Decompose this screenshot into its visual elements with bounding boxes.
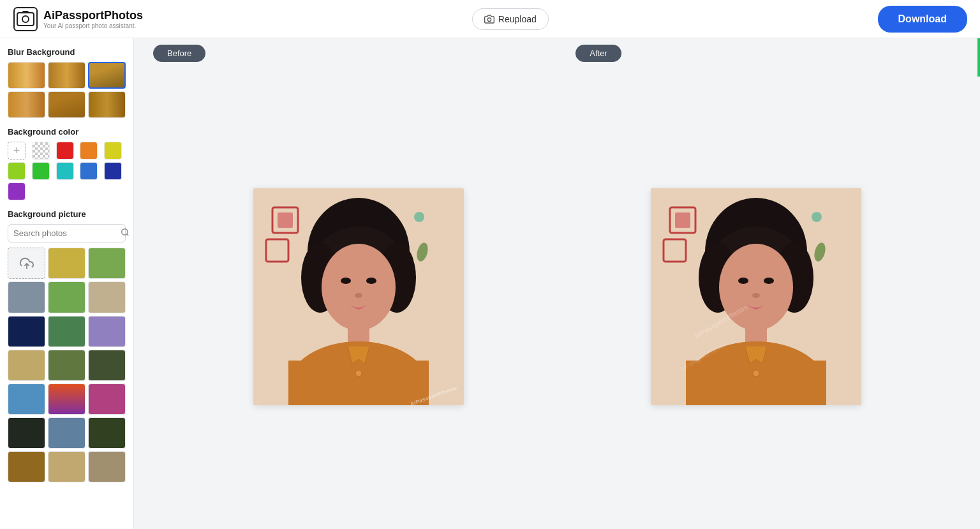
- photo-thumb-mountain[interactable]: [8, 281, 45, 313]
- blur-thumb-5[interactable]: [48, 91, 85, 118]
- photo-thumb-sunflower[interactable]: [8, 451, 45, 482]
- photo-thumb-car[interactable]: [48, 316, 85, 347]
- blur-thumb-3[interactable]: [88, 62, 126, 89]
- header: AiPassportPhotos Your Ai passport photo …: [0, 0, 980, 38]
- svg-point-30: [355, 370, 362, 376]
- svg-rect-51: [686, 361, 826, 405]
- blue-swatch[interactable]: [80, 162, 98, 180]
- svg-point-23: [322, 244, 396, 331]
- photo-thumb-lavender[interactable]: [88, 316, 126, 347]
- reupload-label: Reupload: [498, 14, 537, 24]
- logo-text-block: AiPassportPhotos Your Ai passport photo …: [43, 9, 143, 29]
- svg-point-26: [355, 293, 362, 298]
- camera-icon: [484, 14, 494, 24]
- images-container: AiPassportPhotos: [134, 38, 980, 529]
- svg-line-7: [127, 234, 129, 236]
- photo-grid: [8, 248, 126, 482]
- transparent-swatch[interactable]: [32, 142, 50, 160]
- dark-blue-swatch[interactable]: [104, 162, 122, 180]
- logo-area: AiPassportPhotos Your Ai passport photo …: [13, 6, 143, 32]
- search-icon: [121, 228, 130, 237]
- after-photo: AiPassportPhotos AiPassportPhotos: [651, 188, 861, 405]
- yellow-green-swatch[interactable]: [8, 162, 26, 180]
- photo-thumb-flowers[interactable]: [88, 384, 126, 415]
- logo-title: AiPassportPhotos: [43, 9, 143, 22]
- sidebar: Blur Background Background color + Backg…: [0, 38, 134, 529]
- orange-swatch[interactable]: [80, 142, 98, 160]
- bg-color-title: Background color: [8, 127, 126, 137]
- download-button[interactable]: Download: [878, 6, 967, 33]
- svg-point-48: [752, 293, 760, 298]
- blur-thumb-2[interactable]: [48, 62, 85, 89]
- bg-picture-title: Background picture: [8, 209, 126, 219]
- photo-thumb-road[interactable]: [48, 417, 85, 449]
- photo-thumb-forest[interactable]: [88, 417, 126, 449]
- photo-thumb-sea[interactable]: [8, 384, 45, 415]
- photo-thumb-arch[interactable]: [48, 451, 85, 482]
- svg-rect-33: [675, 212, 690, 228]
- photo-thumb-window[interactable]: [8, 350, 45, 381]
- cloud-upload-icon: [20, 257, 34, 271]
- photo-thumb-tree[interactable]: [88, 248, 126, 279]
- logo-icon: [13, 6, 38, 32]
- photo-thumb-meadow[interactable]: [48, 281, 85, 313]
- before-photo-svg: [253, 188, 464, 405]
- download-label: Download: [898, 13, 947, 24]
- photo-thumb-hills[interactable]: [48, 350, 85, 381]
- after-photo-svg: AiPassportPhotos AiPassportPhotos: [651, 188, 861, 405]
- canvas-area: Before After: [134, 38, 980, 529]
- svg-point-5: [487, 18, 491, 21]
- svg-rect-11: [278, 212, 293, 228]
- svg-point-15: [414, 212, 424, 222]
- search-button[interactable]: [121, 228, 130, 239]
- green-swatch[interactable]: [32, 162, 50, 180]
- photo-thumb-room[interactable]: [88, 281, 126, 313]
- reupload-button[interactable]: Reupload: [472, 8, 549, 30]
- svg-point-46: [738, 278, 748, 284]
- svg-point-6: [122, 229, 128, 235]
- blur-thumb-4[interactable]: [8, 91, 45, 118]
- yellow-swatch[interactable]: [104, 142, 122, 160]
- blur-thumb-grid: [8, 62, 126, 118]
- svg-point-24: [341, 278, 351, 284]
- svg-point-52: [753, 370, 759, 376]
- photo-thumb-night[interactable]: [8, 316, 45, 347]
- photo-upload-thumb[interactable]: [8, 248, 45, 279]
- color-grid: +: [8, 142, 126, 200]
- photo-thumb-pillars[interactable]: [88, 451, 126, 482]
- search-box: [8, 224, 126, 242]
- photo-thumb-dark[interactable]: [8, 417, 45, 449]
- blur-thumb-1[interactable]: [8, 62, 45, 89]
- svg-point-25: [366, 278, 376, 284]
- photo-thumb-deer[interactable]: [88, 350, 126, 381]
- main: Blur Background Background color + Backg…: [0, 38, 980, 529]
- logo-subtitle: Your Ai passport photo assistant.: [43, 22, 143, 29]
- svg-point-37: [812, 212, 822, 222]
- purple-swatch[interactable]: [8, 183, 26, 200]
- cyan-swatch[interactable]: [56, 162, 74, 180]
- add-color-swatch[interactable]: +: [8, 142, 26, 160]
- red-swatch[interactable]: [56, 142, 74, 160]
- blur-bg-title: Blur Background: [8, 47, 126, 57]
- before-photo: AiPassportPhotos: [253, 188, 464, 405]
- svg-point-47: [764, 278, 774, 284]
- svg-rect-29: [288, 361, 429, 405]
- svg-rect-4: [22, 11, 29, 13]
- photo-thumb-sunset[interactable]: [48, 384, 85, 415]
- search-input[interactable]: [13, 228, 121, 238]
- blur-thumb-6[interactable]: [88, 91, 126, 118]
- photo-thumb-field[interactable]: [48, 248, 85, 279]
- green-accent-bar: [977, 38, 980, 77]
